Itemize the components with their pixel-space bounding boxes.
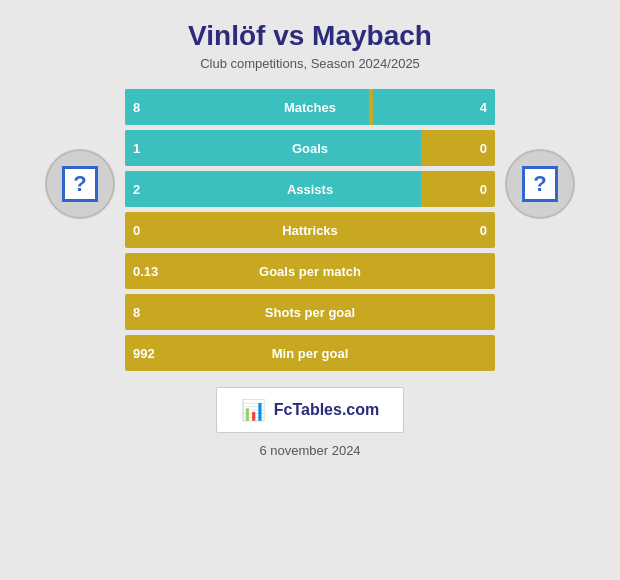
stat-left-val-hattricks: 0 <box>133 223 140 238</box>
avatar-right: ? <box>495 89 585 219</box>
stat-row-matches: 8Matches4 <box>125 89 495 125</box>
page-wrapper: Vinlöf vs Maybach Club competitions, Sea… <box>0 0 620 580</box>
stat-bar-matches: 8Matches4 <box>125 89 495 125</box>
stat-right-val-hattricks: 0 <box>480 223 487 238</box>
stat-bar-assists: 2Assists0 <box>125 171 495 207</box>
stat-label-goals-per-match: Goals per match <box>259 264 361 279</box>
stat-label-goals: Goals <box>292 141 328 156</box>
stat-bar-goals: 1Goals0 <box>125 130 495 166</box>
date-footer: 6 november 2024 <box>259 443 360 458</box>
page-title: Vinlöf vs Maybach <box>188 20 432 52</box>
stats-area: 8Matches41Goals02Assists00Hattricks00.13… <box>125 89 495 371</box>
stat-right-val-goals: 0 <box>480 141 487 156</box>
stat-label-assists: Assists <box>287 182 333 197</box>
stat-row-goals: 1Goals0 <box>125 130 495 166</box>
stat-left-val-assists: 2 <box>133 182 140 197</box>
stat-row-assists: 2Assists0 <box>125 171 495 207</box>
stat-bar-goals-per-match: 0.13Goals per match <box>125 253 495 289</box>
stat-bar-shots-per-goal: 8Shots per goal <box>125 294 495 330</box>
stat-row-shots-per-goal: 8Shots per goal <box>125 294 495 330</box>
stat-row-hattricks: 0Hattricks0 <box>125 212 495 248</box>
avatar-circle-left: ? <box>45 149 115 219</box>
fctables-logo: 📊 FcTables.com <box>216 387 405 433</box>
stat-left-val-matches: 8 <box>133 100 140 115</box>
avatar-left: ? <box>35 89 125 219</box>
avatar-placeholder-right: ? <box>522 166 558 202</box>
stat-label-shots-per-goal: Shots per goal <box>265 305 355 320</box>
stat-right-val-matches: 4 <box>480 100 487 115</box>
avatar-circle-right: ? <box>505 149 575 219</box>
stat-left-val-goals-per-match: 0.13 <box>133 264 158 279</box>
chart-icon: 📊 <box>241 398 266 422</box>
avatar-placeholder-left: ? <box>62 166 98 202</box>
stat-bar-min-per-goal: 992Min per goal <box>125 335 495 371</box>
stat-label-hattricks: Hattricks <box>282 223 338 238</box>
stat-left-val-min-per-goal: 992 <box>133 346 155 361</box>
comparison-area: ? 8Matches41Goals02Assists00Hattricks00.… <box>10 89 610 371</box>
stat-label-matches: Matches <box>284 100 336 115</box>
stat-left-val-goals: 1 <box>133 141 140 156</box>
stat-right-val-assists: 0 <box>480 182 487 197</box>
subtitle: Club competitions, Season 2024/2025 <box>200 56 420 71</box>
stat-bar-hattricks: 0Hattricks0 <box>125 212 495 248</box>
stat-row-min-per-goal: 992Min per goal <box>125 335 495 371</box>
stat-left-val-shots-per-goal: 8 <box>133 305 140 320</box>
stat-label-min-per-goal: Min per goal <box>272 346 349 361</box>
logo-text: FcTables.com <box>274 401 380 419</box>
stat-row-goals-per-match: 0.13Goals per match <box>125 253 495 289</box>
